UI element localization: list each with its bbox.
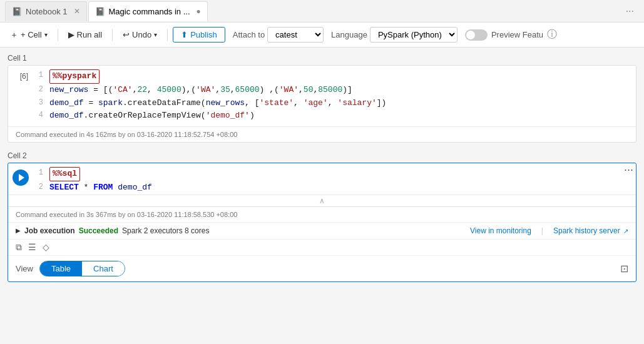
- magic-command-sql: %%sql: [49, 167, 80, 181]
- undo-button[interactable]: ↩ Undo ▾: [118, 28, 162, 42]
- external-link-icon: ↗: [623, 228, 628, 235]
- tab-notebook1-label: Notebook 1: [26, 7, 68, 16]
- cell1-code: 1 %%pyspark 2 new_rows = [('CA',22, 4500…: [33, 69, 636, 123]
- cell1: [6] 1 %%pyspark 2 new_rows = [('CA',22, …: [8, 65, 636, 143]
- cell2-footer: Command executed in 3s 367ms by on 03-16…: [8, 207, 636, 223]
- cell2-run-button[interactable]: [13, 169, 29, 186]
- cell1-label: Cell 1: [8, 54, 636, 63]
- cell2-line2: 2 SELECT * FROM demo_df: [33, 181, 621, 195]
- cell2-line1: 1 %%sql: [33, 167, 621, 181]
- toolbar-divider-1: [58, 29, 58, 41]
- notebook2-icon: 📓: [95, 7, 105, 16]
- magic-command-pyspark: %%pyspark: [49, 69, 100, 84]
- job-execution-label: Job execution: [24, 226, 75, 235]
- preview-toggle-area: Preview Featu ⓘ: [465, 28, 557, 41]
- language-label: Language: [331, 30, 367, 39]
- play-icon-small: ▶: [16, 227, 21, 234]
- add-cell-button[interactable]: ＋ + Cell ▾: [5, 27, 53, 43]
- notebook-icon: 📓: [12, 7, 22, 16]
- erase-icon[interactable]: ◇: [43, 242, 49, 252]
- spark-history-label: Spark history server: [553, 226, 620, 235]
- output-toolbar: ⧉ ☰ ◇: [8, 240, 636, 256]
- status-divider: |: [541, 226, 543, 235]
- attach-to-label: Attach to: [233, 30, 265, 39]
- cell1-line3: 3 demo_df = spark.createDataFrame(new_ro…: [33, 97, 636, 110]
- tab-bar: 📓 Notebook 1 ✕ 📓 Magic commands in ... ●…: [0, 0, 644, 23]
- preview-info-icon: ⓘ: [547, 28, 557, 41]
- run-triangle-icon: [19, 174, 24, 181]
- cell2-footer-text: Command executed in 3s 367ms by: [16, 211, 125, 218]
- language-select[interactable]: PySpark (Python): [370, 27, 457, 43]
- cell2-label: Cell 2: [8, 151, 636, 160]
- run-all-label: Run all: [77, 30, 102, 39]
- publish-label: Publish: [190, 30, 217, 39]
- job-result: Succeeded: [79, 226, 118, 235]
- tab-notebook1[interactable]: 📓 Notebook 1 ✕: [5, 1, 87, 21]
- cell1-exec-num: [6]: [8, 69, 33, 123]
- view-btn-group: Table Chart: [39, 261, 125, 276]
- toolbar-divider-3: [167, 29, 168, 41]
- tab-more-icon[interactable]: ···: [621, 6, 639, 17]
- cell2-footer-suffix: on 03-16-2020 11:18:58.530 +08:00: [128, 211, 238, 218]
- cell-chevron-icon: ▾: [44, 31, 48, 38]
- attach-select[interactable]: catest: [267, 27, 324, 43]
- publish-button[interactable]: ⬆ Publish: [173, 27, 225, 43]
- cell2-more-button[interactable]: ···: [621, 163, 636, 176]
- cell2-container: Cell 2 1 %%sql: [8, 151, 636, 282]
- cell1-line4: 4 demo_df.createOrReplaceTempView('demo_…: [33, 109, 636, 123]
- expand-output-icon[interactable]: ⊡: [620, 263, 628, 275]
- tab-notebook1-close[interactable]: ✕: [74, 7, 80, 16]
- table-view-button[interactable]: Table: [40, 261, 82, 276]
- cell1-footer: Command executed in 4s 162ms by on 03-16…: [8, 126, 636, 142]
- output-view-row: View Table Chart ⊡: [8, 256, 636, 281]
- status-links: View in monitoring | Spark history serve…: [470, 226, 628, 235]
- cell2-collapse-bar[interactable]: ∧: [8, 195, 636, 206]
- publish-icon: ⬆: [181, 30, 188, 39]
- cell2-body: 1 %%sql 2 SELECT * FROM demo_df: [8, 163, 621, 195]
- plus-icon: ＋: [10, 29, 18, 41]
- run-all-button[interactable]: ▶ Run all: [63, 28, 107, 42]
- tab-magic-commands[interactable]: 📓 Magic commands in ... ●: [88, 1, 208, 21]
- toolbar-divider-2: [112, 29, 113, 41]
- main-content: Cell 1 [6] 1 %%pyspark 2: [0, 48, 644, 344]
- preview-label: Preview Featu: [491, 30, 543, 39]
- spark-history-link[interactable]: Spark history server ↗: [553, 226, 628, 235]
- cell2-header: 1 %%sql 2 SELECT * FROM demo_df: [8, 163, 636, 195]
- copy-icon[interactable]: ⧉: [16, 242, 22, 253]
- tab-magic-commands-close[interactable]: ●: [197, 7, 201, 16]
- output-status-bar: ▶ Job execution Succeeded Spark 2 execut…: [8, 223, 636, 240]
- run-icon: ▶: [68, 30, 74, 39]
- cell-button-label: + Cell: [21, 30, 42, 39]
- cell1-line2: 2 new_rows = [('CA',22, 45000),('WA',35,…: [33, 84, 636, 97]
- preview-toggle-switch[interactable]: [465, 29, 488, 41]
- cell2-code: 1 %%sql 2 SELECT * FROM demo_df: [33, 167, 621, 195]
- cell1-body: [6] 1 %%pyspark 2 new_rows = [('CA',22, …: [8, 66, 636, 126]
- undo-icon: ↩: [123, 30, 130, 39]
- cell2-run-area: [8, 167, 33, 195]
- cell1-footer-text: Command executed in 4s 162ms by: [16, 131, 125, 138]
- cell1-line1: 1 %%pyspark: [33, 69, 636, 84]
- chart-view-button[interactable]: Chart: [82, 261, 125, 276]
- toolbar: ＋ + Cell ▾ ▶ Run all ↩ Undo ▾ ⬆ Publish …: [0, 23, 644, 48]
- view-monitoring-link[interactable]: View in monitoring: [470, 226, 531, 235]
- filter-icon[interactable]: ☰: [28, 242, 36, 252]
- cell1-footer-suffix: on 03-16-2020 11:18:52.754 +08:00: [128, 131, 238, 138]
- cell2-output: Command executed in 3s 367ms by on 03-16…: [8, 206, 636, 281]
- tab-magic-commands-label: Magic commands in ...: [109, 7, 190, 16]
- view-label: View: [16, 264, 33, 273]
- undo-label: Undo: [132, 30, 151, 39]
- cell1-container: Cell 1 [6] 1 %%pyspark 2: [8, 54, 636, 143]
- job-detail: Spark 2 executors 8 cores: [122, 226, 209, 235]
- cell2: 1 %%sql 2 SELECT * FROM demo_df: [8, 163, 636, 282]
- undo-chevron-icon: ▾: [154, 31, 157, 38]
